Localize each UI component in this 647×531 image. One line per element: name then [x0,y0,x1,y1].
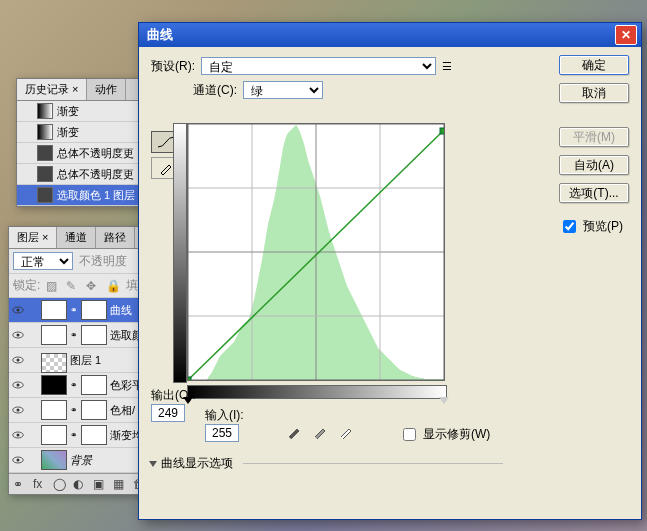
options-button[interactable]: 选项(T)... [559,183,629,203]
layer-thumb [41,400,67,420]
input-gradient [187,385,447,399]
lock-all-icon[interactable]: 🔒 [106,279,120,293]
preview-checkbox[interactable] [563,220,576,233]
layer-thumb [41,450,67,470]
history-item-label: 选取颜色 1 图层 [57,188,135,203]
eyedropper-group [287,423,355,439]
tab-layers[interactable]: 图层 × [9,227,57,248]
layer-mask-thumb [81,300,107,320]
output-label: 输出(O): [151,387,196,404]
link-icon: ⚭ [70,405,78,415]
tab-history[interactable]: 历史记录 × [17,79,87,100]
svg-point-9 [17,409,20,412]
blend-mode-select[interactable]: 正常 [13,252,73,270]
history-item-icon [37,124,53,140]
layer-thumb [41,375,67,395]
cancel-button[interactable]: 取消 [559,83,629,103]
gray-point-eyedropper-icon[interactable] [313,423,329,439]
layer-thumb [41,300,67,320]
white-slider[interactable] [439,397,449,409]
history-item[interactable]: 渐变 [17,122,157,143]
layer-mask-thumb [81,375,107,395]
curves-titlebar[interactable]: 曲线 ✕ [139,23,641,47]
smooth-button: 平滑(M) [559,127,629,147]
link-icon: ⚭ [70,330,78,340]
dialog-title: 曲线 [147,26,615,44]
curve-options-label: 曲线显示选项 [161,455,233,472]
lock-move-icon[interactable]: ✥ [86,279,100,293]
history-item-icon [37,187,53,203]
visibility-eye-icon[interactable] [11,403,25,417]
visibility-eye-icon[interactable] [11,378,25,392]
history-item[interactable]: 总体不透明度更 [17,164,157,185]
svg-point-13 [17,459,20,462]
layer-thumb [41,325,67,345]
visibility-eye-icon[interactable] [11,428,25,442]
layer-thumb [41,353,67,373]
output-field[interactable] [151,404,185,422]
link-icon: ⚭ [70,305,78,315]
visibility-eye-icon[interactable] [11,328,25,342]
channel-select[interactable]: 绿 [243,81,323,99]
svg-rect-23 [440,128,444,134]
black-point-eyedropper-icon[interactable] [287,423,303,439]
adjustment-icon[interactable]: ◐ [73,477,87,491]
tab-actions[interactable]: 动作 [87,79,126,100]
ok-button[interactable]: 确定 [559,55,629,75]
lock-paint-icon[interactable]: ✎ [66,279,80,293]
history-item-icon [37,166,53,182]
output-gradient [173,123,187,383]
input-group: 输入(I): [205,407,244,442]
preset-select[interactable]: 自定 [201,57,436,75]
svg-point-1 [17,309,20,312]
svg-point-5 [17,359,20,362]
curve-grid[interactable] [187,123,445,381]
tab-paths[interactable]: 路径 [96,227,135,248]
layer-mask-thumb [81,400,107,420]
preset-label: 预设(R): [151,58,195,75]
mask-icon[interactable]: ◯ [53,477,67,491]
history-list: 渐变渐变总体不透明度更总体不透明度更选取颜色 1 图层 [17,101,157,206]
visibility-eye-icon[interactable] [11,353,25,367]
lock-transparent-icon[interactable]: ▨ [46,279,60,293]
output-group: 输出(O): [151,387,196,422]
auto-button[interactable]: 自动(A) [559,155,629,175]
group-icon[interactable]: ▣ [93,477,107,491]
history-tabs: 历史记录 × 动作 [17,79,157,101]
white-point-eyedropper-icon[interactable] [339,423,355,439]
close-icon[interactable]: ✕ [615,25,637,45]
visibility-eye-icon[interactable] [11,303,25,317]
curve-display-options[interactable]: 曲线显示选项 [149,455,503,472]
new-layer-icon[interactable]: ▦ [113,477,127,491]
disclosure-triangle-icon [149,461,157,471]
history-item-icon [37,103,53,119]
visibility-eye-icon[interactable] [11,453,25,467]
history-item[interactable]: 总体不透明度更 [17,143,157,164]
layer-mask-thumb [81,325,107,345]
fx-icon[interactable]: fx [33,477,47,491]
curves-dialog: 曲线 ✕ 预设(R): 自定 ☰ 通道(C): 绿 输出(O): [138,22,642,520]
history-item-label: 总体不透明度更 [57,167,134,182]
layer-name: 背景 [70,453,92,468]
show-clipping-group: 显示修剪(W) [399,425,490,444]
layer-thumb [41,425,67,445]
input-field[interactable] [205,424,239,442]
layer-name: 色相/ [110,403,135,418]
channel-label: 通道(C): [193,82,237,99]
history-item[interactable]: 选取颜色 1 图层 [17,185,157,206]
link-icon: ⚭ [70,430,78,440]
layer-mask-thumb [81,425,107,445]
layer-name: 图层 1 [70,353,101,368]
tab-channels[interactable]: 通道 [57,227,96,248]
preset-menu-icon[interactable]: ☰ [442,60,452,73]
input-label: 输入(I): [205,407,244,424]
history-item[interactable]: 渐变 [17,101,157,122]
layer-name: 曲线 [110,303,132,318]
link-layers-icon[interactable]: ⚭ [13,477,27,491]
svg-point-7 [17,384,20,387]
show-clipping-label: 显示修剪(W) [423,426,490,443]
history-item-label: 渐变 [57,125,79,140]
history-item-label: 渐变 [57,104,79,119]
show-clipping-checkbox[interactable] [403,428,416,441]
svg-point-3 [17,334,20,337]
